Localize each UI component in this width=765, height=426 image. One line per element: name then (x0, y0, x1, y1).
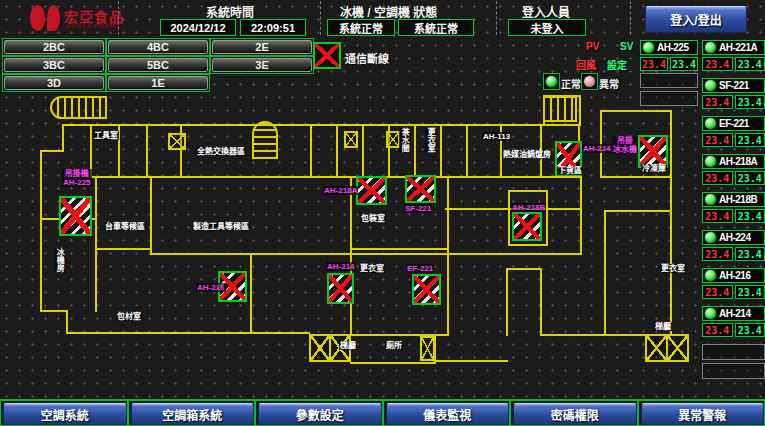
footer-button-空調系統[interactable]: 空調系統 (3, 403, 127, 425)
floor-button-5bc[interactable]: 5BC (108, 58, 208, 72)
footer-button-密碼權限[interactable]: 密碼權限 (513, 403, 637, 425)
shaft-icon (344, 131, 358, 148)
device-comm-fail-marker-AH-225[interactable] (59, 196, 92, 236)
wall-segment (440, 124, 442, 176)
unit-sv-value: 23.4 (735, 57, 765, 71)
normal-lamp (543, 73, 560, 90)
unit-ah-221a[interactable]: AH-221A (702, 40, 765, 55)
wall-segment (42, 150, 64, 152)
normal-label: 正常 (561, 76, 581, 91)
device-label: 吊掛機AH-225 (62, 169, 92, 187)
footer-button-參數設定[interactable]: 參數設定 (258, 403, 382, 425)
footer-button-frame: 儀表監視 (383, 400, 511, 426)
unit-ah-225[interactable]: AH-225 (640, 40, 698, 55)
wall-segment (506, 268, 542, 270)
unit-status-lamp (642, 41, 655, 54)
wall-segment (600, 176, 670, 178)
device-comm-fail-marker-AH-218A[interactable] (356, 176, 387, 205)
floor-button-frame: 2E (210, 38, 314, 56)
wall-segment (310, 124, 312, 176)
room-label: 冰機房 (54, 248, 65, 272)
spiral-stairs-icon (252, 121, 278, 159)
room-label: 梯廳 (654, 322, 672, 331)
room-label: 梯廳 (339, 341, 357, 350)
device-label: AH-218A (323, 186, 358, 195)
machine-status-label: 冰機 / 空調機 狀態 (340, 3, 437, 20)
unit-sf-221[interactable]: SF-221 (702, 78, 765, 93)
shaft-cell (388, 133, 398, 146)
room-label: 更衣室 (660, 264, 686, 273)
hvac-scada-screen: { "header": { "brand": "宏亞食品", "brand_en… (0, 0, 765, 426)
unit-pv-value: 23.4 (702, 57, 733, 71)
abnormal-label: 異常 (599, 76, 619, 91)
wall-segment (447, 176, 449, 336)
floor-button-frame: 3BC (2, 56, 106, 74)
room-label: AH-113 (482, 132, 511, 141)
stairs-icon (543, 96, 577, 122)
brand-name-en: HUNYA FOODS (66, 23, 121, 29)
wall-segment (40, 150, 42, 312)
unit-name: AH-225 (657, 42, 688, 53)
room-label: 下貨區 (557, 166, 583, 175)
wall-segment (146, 124, 148, 176)
unit-status-lamp (704, 79, 717, 92)
header-divider (496, 1, 497, 35)
wall-segment (506, 268, 508, 336)
device-label: EF-221 (406, 264, 434, 273)
device-label: AH-224 (582, 144, 612, 153)
wall-segment (350, 362, 436, 364)
unit-values: 23.423.4 (640, 57, 698, 71)
footer-button-儀表監視[interactable]: 儀表監視 (386, 403, 510, 425)
floorplan: 吊掛機AH-225AH-218ASF-221AH-216AH-214EF-221… (0, 92, 765, 400)
floor-button-3d[interactable]: 3D (4, 76, 104, 90)
wall-segment (150, 176, 152, 255)
device-comm-fail-marker-SF-221[interactable] (405, 175, 436, 203)
shaft-icon (420, 336, 435, 361)
footer-button-frame: 異常警報 (638, 400, 765, 426)
floor-button-frame: 3D (2, 74, 106, 92)
device-comm-fail-marker-AH-214[interactable] (327, 273, 354, 304)
wall-segment (95, 176, 97, 312)
login-user-label: 登入人員 (522, 3, 570, 20)
shaft-cell (422, 338, 433, 359)
wall-segment (362, 124, 364, 176)
shaft-cell (647, 336, 666, 360)
wall-segment (600, 110, 672, 112)
login-logout-button[interactable]: 登入/登出 (645, 6, 747, 33)
wall-segment (150, 253, 582, 255)
wall-segment (336, 124, 338, 176)
floor-button-frame: 5BC (106, 56, 210, 74)
pv-label: PV (586, 41, 599, 52)
system-date-field: 2024/12/12 (160, 19, 236, 36)
floor-button-1e[interactable]: 1E (108, 76, 208, 90)
wall-segment (604, 210, 606, 334)
floor-button-3bc[interactable]: 3BC (4, 58, 104, 72)
device-label: SF-221 (404, 204, 432, 213)
floor-button-3e[interactable]: 3E (212, 58, 312, 72)
header-divider (118, 1, 119, 35)
wall-segment (436, 360, 508, 362)
room-label: 台車等候區 (104, 222, 146, 231)
shaft-cell (666, 336, 687, 360)
floor-button-4bc[interactable]: 4BC (108, 40, 208, 54)
room-label: 包裝室 (360, 214, 386, 223)
wall-segment (508, 244, 548, 246)
floor-button-bar: 2BC4BC2E3BC5BC3E3D1E (2, 38, 314, 92)
unit-pv-value: 23.4 (640, 57, 668, 71)
footer-button-空調箱系統[interactable]: 空調箱系統 (131, 403, 255, 425)
sv-label: SV (620, 41, 633, 52)
device-comm-fail-marker-AH-218B[interactable] (512, 212, 542, 241)
ahu-status-field: 系統正常 (398, 19, 474, 36)
floor-button-2bc[interactable]: 2BC (4, 40, 104, 54)
device-label: 吊掛冰水機 (612, 136, 638, 154)
room-label: 工具室 (93, 131, 119, 140)
footer-button-frame: 空調系統 (0, 400, 128, 426)
sv-name-label: 設定 (607, 57, 627, 72)
floor-button-2e[interactable]: 2E (212, 40, 312, 54)
footer-button-異常警報[interactable]: 異常警報 (641, 403, 765, 425)
chiller-status-field: 系統正常 (327, 19, 395, 36)
footer-button-frame: 空調箱系統 (128, 400, 256, 426)
comm-fail-legend-icon (313, 42, 341, 69)
header-divider (320, 1, 321, 35)
device-comm-fail-marker-EF-221[interactable] (412, 274, 441, 305)
